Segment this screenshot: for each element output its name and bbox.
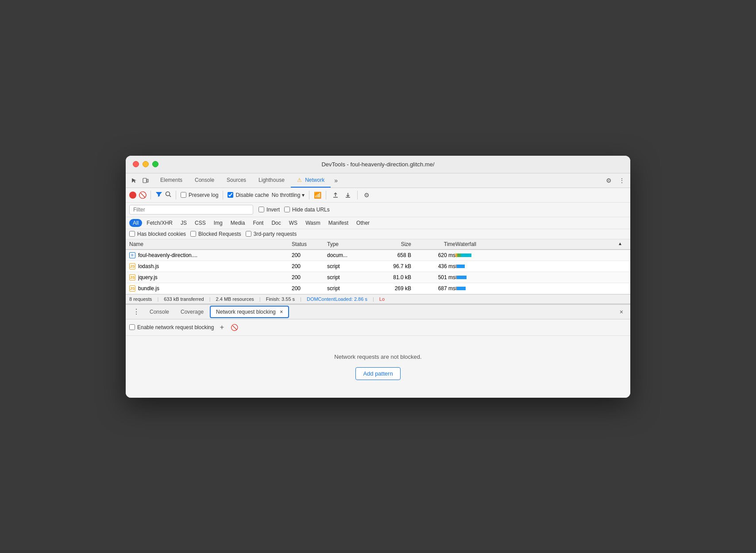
waterfall-cell [455,275,618,280]
minimize-button[interactable] [143,161,149,167]
record-button[interactable] [129,192,136,199]
add-pattern-plus-icon[interactable]: + [217,323,226,332]
name-cell: JS bundle.js [129,285,292,292]
drawer-tab-coverage[interactable]: Coverage [175,306,209,318]
network-settings-icon[interactable]: ⚙ [362,190,371,200]
filter-icon[interactable] [155,191,162,199]
enable-blocking-label[interactable]: Enable network request blocking [129,324,214,330]
type-btn-manifest[interactable]: Manifest [325,219,352,227]
upload-icon[interactable] [331,190,340,200]
close-button[interactable] [133,161,139,167]
wf-segment-blue [457,287,466,290]
header-size: Size [367,241,411,247]
enable-blocking-row: Enable network request blocking + 🚫 [126,319,630,336]
waterfall-bar [455,286,466,291]
tab-lighthouse[interactable]: Lighthouse [252,173,291,188]
maximize-button[interactable] [152,161,158,167]
disable-cache-label[interactable]: Disable cache [228,192,269,198]
type-btn-other[interactable]: Other [353,219,373,227]
name-cell: ≡ foul-heavenly-direction.... [129,252,292,258]
more-options-icon[interactable]: ⋮ [617,175,627,186]
wf-segment-teal [461,253,471,257]
invert-checkbox[interactable] [258,207,264,212]
network-table: Name Status Type Size Time Waterfall ▲ ≡… [126,239,630,294]
table-body: ≡ foul-heavenly-direction.... 200 docum.… [126,250,630,294]
device-toolbar-icon[interactable] [141,176,150,185]
clear-button[interactable]: 🚫 [139,192,146,199]
js-icon: JS [129,285,135,292]
row-name: bundle.js [138,285,159,292]
third-party-label[interactable]: 3rd-party requests [246,231,297,237]
row-status: 200 [292,274,327,280]
waterfall-cell [455,253,618,257]
disable-cache-checkbox[interactable] [228,192,233,198]
table-row[interactable]: JS jquery.js 200 script 81.0 kB 501 ms [126,272,630,283]
drawer-tab-close-icon[interactable]: × [280,309,283,315]
blocked-requests-checkbox[interactable] [190,231,196,237]
preserve-log-checkbox[interactable] [181,192,186,198]
third-party-checkbox[interactable] [246,231,251,237]
wifi-icon[interactable]: 📶 [314,192,321,199]
type-btn-ws[interactable]: WS [285,219,301,227]
hide-data-urls-checkbox[interactable] [284,207,290,212]
preserve-log-label[interactable]: Preserve log [181,192,218,198]
transferred-size: 633 kB transferred [164,296,204,302]
block-icon[interactable]: 🚫 [230,323,239,332]
drawer-close-icon[interactable]: × [616,307,627,317]
hide-data-urls-label[interactable]: Hide data URLs [284,207,330,213]
table-row[interactable]: ≡ foul-heavenly-direction.... 200 docum.… [126,250,630,261]
enable-blocking-checkbox[interactable] [129,324,135,330]
tab-sources[interactable]: Sources [220,173,252,188]
more-tabs-button[interactable]: » [331,173,341,188]
type-btn-img[interactable]: Img [210,219,226,227]
search-icon[interactable] [165,191,171,199]
drawer-tab-network-request-blocking[interactable]: Network request blocking × [210,306,289,318]
filter-input[interactable] [129,205,253,215]
table-row[interactable]: JS bundle.js 200 script 269 kB 687 ms [126,283,630,294]
row-size: 269 kB [367,285,411,292]
type-btn-js[interactable]: JS [177,219,190,227]
wf-segment-green [457,253,461,257]
type-btn-fetch-xhr[interactable]: Fetch/XHR [143,219,176,227]
network-toolbar: 🚫 Preserve log Disable cache No throttli… [126,188,630,203]
has-blocked-cookies-label[interactable]: Has blocked cookies [129,231,186,237]
tab-console[interactable]: Console [189,173,220,188]
header-status: Status [292,241,327,247]
tab-elements[interactable]: Elements [154,173,189,188]
add-pattern-button[interactable]: Add pattern [355,367,400,380]
cursor-icon[interactable] [129,176,139,185]
svg-line-3 [170,196,171,197]
header-time: Time [411,241,455,247]
chevron-down-icon: ▾ [302,192,305,198]
type-btn-wasm[interactable]: Wasm [302,219,324,227]
throttle-select[interactable]: No throttling ▾ [272,192,305,198]
type-btn-media[interactable]: Media [227,219,249,227]
row-name: lodash.js [138,263,159,269]
settings-icon[interactable]: ⚙ [604,175,613,186]
download-icon[interactable] [343,190,353,200]
type-btn-css[interactable]: CSS [191,219,209,227]
svg-rect-0 [143,178,147,183]
row-time: 687 ms [411,285,455,292]
separator [150,191,151,200]
type-btn-all[interactable]: All [129,219,142,227]
filter-checkboxes: Invert Hide data URLs [258,207,330,213]
sort-icon[interactable]: ▲ [618,241,627,247]
row-size: 96.7 kB [367,263,411,269]
has-blocked-cookies-checkbox[interactable] [129,231,135,237]
drawer-more-icon[interactable]: ⋮ [129,306,143,318]
table-row[interactable]: JS lodash.js 200 script 96.7 kB 436 ms [126,261,630,272]
tab-network[interactable]: ⚠ Network [291,173,331,188]
blocked-requests-label[interactable]: Blocked Requests [190,231,241,237]
header-type: Type [327,241,367,247]
extra-filter-bar: Has blocked cookies Blocked Requests 3rd… [126,229,630,239]
type-btn-doc[interactable]: Doc [268,219,284,227]
row-name: foul-heavenly-direction.... [138,252,197,258]
type-btn-font[interactable]: Font [249,219,267,227]
devtools-window: DevTools - foul-heavenly-direction.glitc… [126,156,630,398]
drawer-tab-console[interactable]: Console [144,306,174,318]
invert-label[interactable]: Invert [258,207,280,213]
js-icon: JS [129,274,135,280]
drawer-tab-bar: ⋮ Console Coverage Network request block… [126,305,630,319]
load-time: Lo [379,296,385,302]
